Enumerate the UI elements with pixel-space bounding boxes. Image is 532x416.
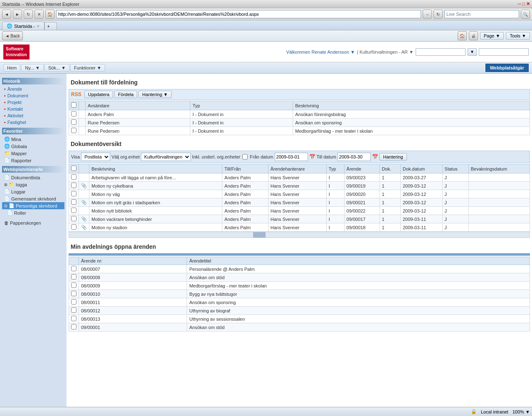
row-beskrivning[interactable]: Medborgarförslag - mer teater i skolan xyxy=(293,127,530,135)
fran-datum-input[interactable] xyxy=(275,153,308,161)
row-cb[interactable] xyxy=(71,266,76,271)
row-arende[interactable]: 09/00022 xyxy=(344,207,379,215)
row-hanterare[interactable]: Hans Svenner xyxy=(268,190,326,198)
minimize-btn[interactable]: ─ xyxy=(518,1,521,7)
row-arende[interactable]: 09/00021 xyxy=(344,198,379,207)
row-cb[interactable] xyxy=(71,224,76,230)
sidebar-item-loggar[interactable]: 📄 Loggar xyxy=(2,188,64,195)
row-hanterare[interactable]: Hans Svenner xyxy=(268,173,326,182)
row-arendetitel[interactable]: Uthyrning av biograf xyxy=(187,307,530,315)
row-beskrivning[interactable]: Motion ny stadion xyxy=(89,223,222,232)
row-beskrivning[interactable]: Motion ny väg xyxy=(89,190,222,198)
sidebar-item-fastighet[interactable]: Fastighet xyxy=(2,119,64,126)
row-hanterare[interactable]: Hans Svenner xyxy=(268,215,326,223)
row-arendetitel[interactable]: Ansökan om sponsring xyxy=(187,298,530,307)
sidebar-item-dokumentlista[interactable]: 📄 Dokumentlista xyxy=(2,174,64,181)
till-datum-input[interactable] xyxy=(337,153,371,161)
sidebar-item-globala[interactable]: 🌐 Globala xyxy=(2,143,64,150)
row-cb[interactable] xyxy=(71,183,76,188)
row-arende-nr[interactable]: 09/00001 xyxy=(79,323,187,332)
row-arendetitel[interactable]: Bygg av nya tvättstugor xyxy=(187,290,530,298)
row-arende-nr[interactable]: 08/00009 xyxy=(79,282,187,290)
row-beskrivning[interactable]: Motion vackrare betonghinder xyxy=(89,215,222,223)
row-arende-nr[interactable]: 08/00012 xyxy=(79,307,187,315)
header-search-input1[interactable] xyxy=(416,48,466,56)
sidebar-item-kontakt[interactable]: Kontakt xyxy=(2,106,64,112)
row-arendetitel[interactable]: Medborgarförslag - mer teater i skolan xyxy=(187,282,530,290)
ie-back-button[interactable]: ◄ Back xyxy=(2,31,23,40)
home-button[interactable]: 🏠 xyxy=(45,10,54,19)
user-info[interactable]: Välkommen Renate Andersson ▼ xyxy=(286,50,355,54)
row-arende[interactable]: 09/00019 xyxy=(344,182,379,190)
row-hanterare[interactable]: Hans Svenner xyxy=(268,207,326,215)
row-cb[interactable] xyxy=(71,307,76,313)
header-search-input2[interactable] xyxy=(479,48,529,56)
tab-startsida[interactable]: 🌐 Startsida - ✕ xyxy=(2,22,44,30)
tab-close-icon[interactable]: ✕ xyxy=(37,24,40,28)
new-tab-button[interactable]: + xyxy=(44,22,57,30)
row-beskrivning[interactable]: Motion ny cykelbana xyxy=(89,182,222,190)
row-beskrivning[interactable]: Motion om nytt gräs i stadsparken xyxy=(89,198,222,207)
sidebar-item-mina[interactable]: 🌐 Mina xyxy=(2,136,64,143)
sidebar-item-rapporter[interactable]: 📄 Rapporter xyxy=(2,157,64,164)
zoom-label[interactable]: 100% ▼ xyxy=(512,409,530,414)
row-cb[interactable] xyxy=(71,128,76,133)
fran-calendar-icon[interactable]: 📅 xyxy=(309,154,315,160)
hantering-button[interactable]: Hantering ▼ xyxy=(138,91,172,98)
sidebar-item-papperskorgen[interactable]: 🗑 Papperskorgen xyxy=(2,220,64,226)
row-cb[interactable] xyxy=(71,191,76,196)
row-cb[interactable] xyxy=(71,291,76,296)
row-hanterare[interactable]: Hans Svenner xyxy=(268,223,326,232)
search-go-button[interactable]: 🔍 xyxy=(521,10,530,19)
sidebar-item-aktivitet[interactable]: Aktivitet xyxy=(2,112,64,119)
row-arende[interactable]: 09/00023 xyxy=(344,173,379,182)
row-cb[interactable] xyxy=(71,282,76,288)
close-btn[interactable]: ✕ xyxy=(526,1,530,7)
row-arende[interactable]: 09/00020 xyxy=(344,190,379,198)
row-cb[interactable] xyxy=(71,316,76,321)
row-cb[interactable] xyxy=(71,216,76,221)
inkl-checkbox[interactable] xyxy=(242,153,248,161)
row-beskrivning[interactable]: Arbetsgivaren vill lägga ut namn på före… xyxy=(89,173,222,182)
row-beskrivning[interactable]: Ansökan om sponsring xyxy=(293,119,530,127)
till-calendar-icon[interactable]: 📅 xyxy=(372,154,378,160)
forward-button[interactable]: ► xyxy=(13,10,22,19)
header-btn1[interactable]: ▼ xyxy=(468,48,477,56)
sidebar-item-logga[interactable]: ⊞ 📁 logga xyxy=(2,181,64,188)
row-arendetitel[interactable]: Uthyrning av sessionssalen xyxy=(187,315,530,323)
row-arende[interactable]: 09/00018 xyxy=(344,223,379,232)
row-cb[interactable] xyxy=(71,199,76,205)
sidebar-item-mapper[interactable]: 📁 Mapper xyxy=(2,150,64,157)
row-hanterare[interactable]: Hans Svenner xyxy=(268,182,326,190)
horizontal-scrollbar[interactable] xyxy=(69,232,530,238)
rss-icon[interactable]: RSS xyxy=(71,92,81,97)
row-cb[interactable] xyxy=(71,274,76,280)
stop-button[interactable]: ✕ xyxy=(34,10,44,19)
address-bar[interactable] xyxy=(56,10,421,18)
row-cb[interactable] xyxy=(71,174,76,180)
select-all-cb2[interactable] xyxy=(71,166,76,171)
row-hanterare[interactable]: Hans Svenner xyxy=(268,198,326,207)
ie-tools-button[interactable]: Tools ▼ xyxy=(506,32,530,40)
scrollbar-thumb[interactable] xyxy=(253,232,266,238)
row-beskrivning[interactable]: Motion nytt bibliotek xyxy=(89,207,222,215)
sidebar-item-roller[interactable]: 📄 Roller xyxy=(2,209,64,216)
row-arende[interactable]: 09/00017 xyxy=(344,215,379,223)
row-arendetitel[interactable]: Personalärende @ Anders Palm xyxy=(187,265,530,273)
row-beskrivning[interactable]: Ansökan föreningsbidrag xyxy=(293,110,530,119)
nav-funktioner[interactable]: Funktioner ▼ xyxy=(70,64,105,72)
select-all-cb1[interactable] xyxy=(71,102,76,108)
uppdatera-button[interactable]: Uppdatera xyxy=(84,91,113,98)
nav-ny[interactable]: Ny... ▼ xyxy=(21,64,44,72)
live-search-input[interactable] xyxy=(444,10,519,18)
webbplats-btn[interactable]: Webbplatsåtgär xyxy=(485,64,529,72)
refresh-button[interactable]: ↻ xyxy=(24,10,33,19)
restore-btn[interactable]: □ xyxy=(522,1,525,7)
row-arende-nr[interactable]: 08/00008 xyxy=(79,273,187,282)
row-arende-nr[interactable]: 08/00007 xyxy=(79,265,187,273)
org-select[interactable]: Kulturförvaltningen xyxy=(141,153,191,161)
row-cb[interactable] xyxy=(71,111,76,116)
visa-select[interactable]: Postlista xyxy=(81,153,110,161)
nav-hem[interactable]: Hem xyxy=(3,64,20,72)
refresh-page-button[interactable]: ↻ xyxy=(433,10,443,19)
